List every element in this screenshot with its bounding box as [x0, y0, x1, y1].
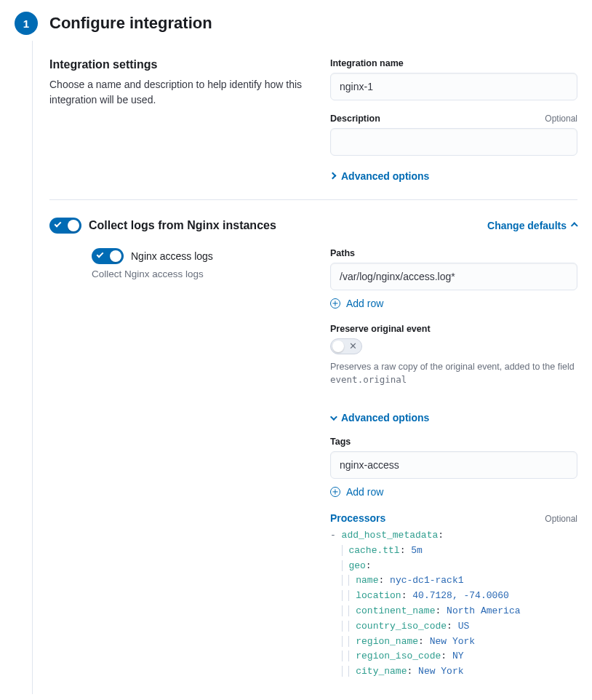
- advanced-options-toggle-2[interactable]: Advanced options: [330, 412, 429, 423]
- check-icon: [97, 250, 104, 258]
- advanced-options-toggle[interactable]: Advanced options: [330, 170, 429, 182]
- x-icon: ✕: [349, 341, 357, 351]
- divider: [49, 199, 577, 200]
- access-logs-label: Nginx access logs: [131, 250, 213, 262]
- plus-circle-icon: [330, 298, 340, 309]
- advanced-options-label: Advanced options: [341, 170, 429, 182]
- integration-name-label: Integration name: [330, 58, 577, 68]
- step-header: 1 Configure integration: [15, 12, 577, 35]
- add-row-label: Add row: [346, 298, 383, 309]
- description-input[interactable]: [330, 128, 577, 156]
- preserve-original-toggle[interactable]: ✕: [330, 338, 362, 354]
- preserve-original-help: Preserves a raw copy of the original eve…: [330, 360, 577, 388]
- processors-link[interactable]: Processors: [330, 512, 385, 524]
- integration-settings-heading: Integration settings: [49, 58, 313, 71]
- collect-logs-toggle[interactable]: [49, 218, 81, 234]
- preserve-original-label: Preserve original event: [330, 324, 577, 334]
- chevron-up-icon: [571, 222, 578, 229]
- change-defaults-link[interactable]: Change defaults: [487, 220, 577, 231]
- change-defaults-label: Change defaults: [487, 220, 567, 231]
- tags-input[interactable]: [330, 451, 577, 479]
- access-logs-toggle[interactable]: [92, 248, 124, 264]
- add-row-label: Add row: [346, 486, 383, 498]
- integration-settings-description: Choose a name and description to help id…: [49, 77, 313, 108]
- integration-name-input[interactable]: [330, 73, 577, 100]
- chevron-right-icon: [329, 172, 337, 180]
- paths-label: Paths: [330, 248, 577, 258]
- description-optional-label: Optional: [545, 114, 577, 124]
- processors-optional-label: Optional: [545, 514, 577, 524]
- step-number-badge: 1: [15, 12, 38, 35]
- paths-input[interactable]: [330, 263, 577, 290]
- paths-add-row[interactable]: Add row: [330, 298, 383, 309]
- tags-label: Tags: [330, 437, 577, 447]
- access-logs-description: Collect Nginx access logs: [92, 269, 313, 279]
- processors-code-editor[interactable]: - add_host_metadata: cache.ttl: 5m geo: …: [330, 527, 577, 681]
- collect-logs-title: Collect logs from Nginx instances: [89, 219, 276, 232]
- advanced-options-label-2: Advanced options: [341, 412, 429, 423]
- tags-add-row[interactable]: Add row: [330, 486, 383, 498]
- check-icon: [55, 220, 62, 227]
- plus-circle-icon: [330, 487, 340, 497]
- step-title: Configure integration: [49, 14, 212, 33]
- chevron-down-icon: [330, 413, 337, 421]
- description-label: Description: [330, 114, 380, 124]
